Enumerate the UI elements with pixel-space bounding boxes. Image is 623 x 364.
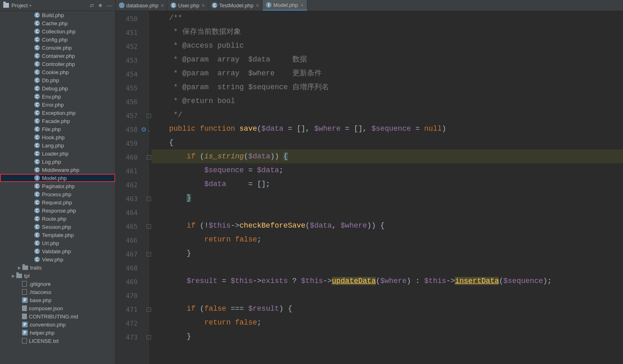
tree-item-convention-php[interactable]: Pconvention.php xyxy=(0,320,115,329)
code-line[interactable] xyxy=(151,288,623,302)
tree-item--gitignore[interactable]: .gitignore xyxy=(0,280,115,288)
code-area[interactable]: /** * 保存当前数据对象 * @access public * @param… xyxy=(149,11,623,364)
tree-item-loader-php[interactable]: CLoader.php xyxy=(0,149,115,158)
code-line[interactable]: if (!$this->checkBeforeSave($data, $wher… xyxy=(151,219,623,232)
tree-item-view-php[interactable]: CView.php xyxy=(0,255,115,263)
line-number[interactable]: 462 xyxy=(116,178,149,192)
line-number[interactable]: 459 xyxy=(116,136,149,150)
close-icon[interactable]: × xyxy=(256,2,259,9)
collapse-icon[interactable]: — xyxy=(107,2,112,9)
code-line[interactable]: { xyxy=(151,136,623,149)
tree-item-controller-php[interactable]: CController.php xyxy=(0,60,115,68)
editor-tab-testmodel-php[interactable]: TestModel.php× xyxy=(208,0,263,11)
tree-item-license-txt[interactable]: LICENSE.txt xyxy=(0,337,115,345)
tree-item-traits[interactable]: ▶traits xyxy=(0,263,115,272)
line-number[interactable]: 464 xyxy=(116,206,149,219)
tree-item-file-php[interactable]: CFile.php xyxy=(0,125,115,133)
dropdown-arrow-icon[interactable]: ▾ xyxy=(29,3,31,8)
code-line[interactable] xyxy=(151,260,623,274)
tree-item-env-php[interactable]: CEnv.php xyxy=(0,92,115,101)
tree-item-process-php[interactable]: CProcess.php xyxy=(0,190,115,198)
override-marker-icon[interactable] xyxy=(142,127,146,132)
tree-item-request-php[interactable]: CRequest.php xyxy=(0,198,115,206)
tree-item-db-php[interactable]: CDb.php xyxy=(0,76,115,84)
code-line[interactable]: $result = $this->exists ? $this->updateD… xyxy=(151,274,623,288)
code-line[interactable]: public function save($data = [], $where … xyxy=(151,122,623,136)
tree-item-config-php[interactable]: CConfig.php xyxy=(0,35,115,44)
code-line[interactable]: return false; xyxy=(151,316,623,329)
code-line[interactable]: * @param array $data 数据 xyxy=(151,53,623,66)
line-number[interactable]: 470 xyxy=(116,289,149,303)
tree-item-paginator-php[interactable]: CPaginator.php xyxy=(0,182,115,190)
code-line[interactable]: return false; xyxy=(151,232,623,246)
tree-item-composer-json[interactable]: composer.json xyxy=(0,304,115,312)
close-icon[interactable]: × xyxy=(161,2,164,9)
line-gutter[interactable]: 450451452453454455456457−458↓459460−4614… xyxy=(116,11,149,364)
code-line[interactable]: */ xyxy=(151,108,623,122)
line-number[interactable]: 472 xyxy=(116,316,149,330)
code-line[interactable]: $sequence = $data; xyxy=(151,163,623,177)
line-number[interactable]: 453 xyxy=(116,53,149,67)
gear-icon[interactable]: ✸ xyxy=(98,2,103,9)
editor-tab-database-php[interactable]: database.php× xyxy=(116,0,167,11)
tree-item-helper-php[interactable]: Phelper.php xyxy=(0,329,115,337)
line-number[interactable]: 471− xyxy=(116,303,149,316)
close-icon[interactable]: × xyxy=(301,2,304,8)
tree-item-error-php[interactable]: CError.php xyxy=(0,101,115,109)
line-number[interactable]: 454 xyxy=(116,67,149,81)
tree-item--htaccess[interactable]: .htaccess xyxy=(0,288,115,296)
line-number[interactable]: 465− xyxy=(116,219,149,233)
code-line[interactable]: /** xyxy=(151,11,623,25)
code-line[interactable]: * @access public xyxy=(151,39,623,53)
line-number[interactable]: 450 xyxy=(116,12,149,26)
line-number[interactable]: 457− xyxy=(116,109,149,123)
code-editor[interactable]: 450451452453454455456457−458↓459460−4614… xyxy=(116,11,623,364)
code-line[interactable]: if (false === $result) { xyxy=(151,302,623,316)
code-line[interactable]: } xyxy=(151,246,623,260)
code-line[interactable]: * 保存当前数据对象 xyxy=(151,25,623,39)
line-number[interactable]: 467− xyxy=(116,247,149,261)
line-number[interactable]: 468 xyxy=(116,261,149,275)
code-line[interactable]: $data = []; xyxy=(151,177,623,191)
line-number[interactable]: 460− xyxy=(116,150,149,164)
line-number[interactable]: 466 xyxy=(116,233,149,247)
tree-item-validate-php[interactable]: CValidate.php xyxy=(0,247,115,255)
line-number[interactable]: 461 xyxy=(116,164,149,178)
tree-item-template-php[interactable]: CTemplate.php xyxy=(0,231,115,239)
code-line[interactable]: } xyxy=(151,191,623,205)
tree-item-tpl[interactable]: ▶tpl xyxy=(0,272,115,280)
tree-item-response-php[interactable]: CResponse.php xyxy=(0,206,115,215)
line-number[interactable]: 456 xyxy=(116,95,149,109)
code-line[interactable]: if (is_string($data)) { xyxy=(151,149,623,163)
tree-item-cookie-php[interactable]: CCookie.php xyxy=(0,68,115,76)
line-number[interactable]: 463− xyxy=(116,192,149,206)
project-tool-header[interactable]: Project ▾ ⇄ ✸ — xyxy=(0,0,116,11)
code-line[interactable] xyxy=(151,205,623,219)
line-number[interactable]: 452 xyxy=(116,39,149,53)
line-number[interactable]: 455 xyxy=(116,81,149,95)
line-number[interactable]: 473− xyxy=(116,330,149,344)
tree-item-middleware-php[interactable]: CMiddleware.php xyxy=(0,166,115,174)
line-number[interactable]: 451 xyxy=(116,26,149,39)
tree-item-contributing-md[interactable]: CONTRIBUTING.md xyxy=(0,312,115,320)
expand-caret-icon[interactable]: ▶ xyxy=(11,274,16,278)
settings-toggle-icon[interactable]: ⇄ xyxy=(90,2,94,9)
tree-item-log-php[interactable]: CLog.php xyxy=(0,158,115,166)
tree-item-cache-php[interactable]: CCache.php xyxy=(0,19,115,27)
code-line[interactable]: * @param array $where 更新条件 xyxy=(151,66,623,80)
tree-item-hook-php[interactable]: CHook.php xyxy=(0,133,115,141)
code-line[interactable]: * @return bool xyxy=(151,94,623,108)
line-number[interactable]: 458↓ xyxy=(116,123,149,136)
tree-item-base-php[interactable]: Pbase.php xyxy=(0,296,115,304)
tree-item-exception-php[interactable]: CException.php xyxy=(0,109,115,117)
tree-item-session-php[interactable]: CSession.php xyxy=(0,223,115,231)
tree-item-build-php[interactable]: CBuild.php xyxy=(0,11,115,19)
tree-item-lang-php[interactable]: CLang.php xyxy=(0,141,115,149)
tree-item-model-php[interactable]: IModel.php xyxy=(0,174,115,182)
tree-item-console-php[interactable]: CConsole.php xyxy=(0,44,115,52)
line-number[interactable]: 469 xyxy=(116,275,149,289)
editor-tab-user-php[interactable]: User.php× xyxy=(167,0,208,11)
tree-item-facade-php[interactable]: CFacade.php xyxy=(0,117,115,125)
code-line[interactable]: } xyxy=(151,329,623,343)
tree-item-container-php[interactable]: CContainer.php xyxy=(0,52,115,60)
